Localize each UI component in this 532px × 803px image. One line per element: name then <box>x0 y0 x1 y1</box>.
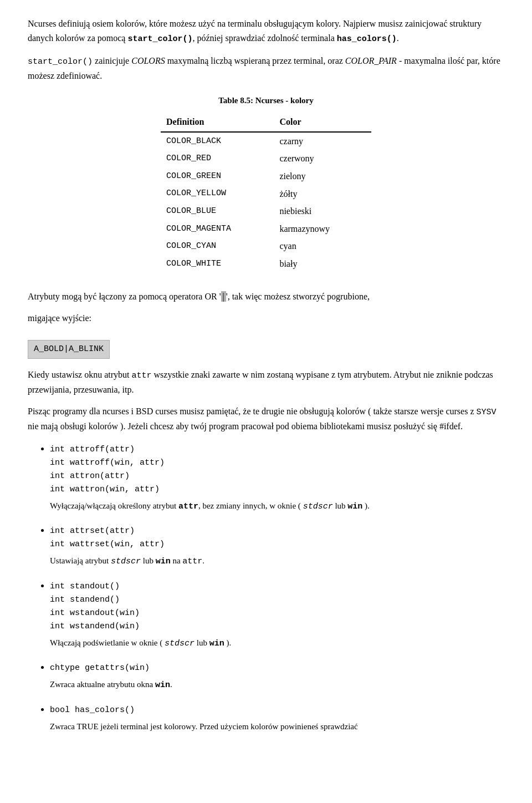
code-attrset: int attrset(attr)int wattrset(win, attr) <box>50 525 504 551</box>
table-row: COLOR_BLACKczarny <box>161 132 371 150</box>
table-cell-definition: COLOR_MAGENTA <box>161 220 274 238</box>
table-caption-rest: Ncurses - kolory <box>253 96 314 105</box>
list-item-standout: int standout()int standend()int wstandou… <box>50 578 504 650</box>
functions-list: int attroff(attr)int wattroff(win, attr)… <box>50 441 504 734</box>
table-cell-definition: COLOR_BLACK <box>161 132 274 150</box>
code-getattrs: chtype getattrs(win) <box>50 662 504 675</box>
table-cell-color: czerwony <box>274 150 371 167</box>
table-row: COLOR_CYANcyan <box>161 237 371 255</box>
table-cell-color: biały <box>274 255 371 273</box>
table-cell-definition: COLOR_YELLOW <box>161 185 274 203</box>
code-block-bold-blink: A_BOLD|A_BLINK <box>28 340 110 359</box>
or-highlight: | <box>221 291 226 302</box>
table-row: COLOR_GREENzielony <box>161 167 371 185</box>
table-row: COLOR_YELLOWżółty <box>161 185 371 203</box>
table-cell-color: zielony <box>274 167 371 185</box>
inline-code-attr: attr <box>132 371 152 380</box>
table-caption: Table 8.5: Ncurses - kolory <box>28 94 504 107</box>
table-cell-definition: COLOR_GREEN <box>161 167 274 185</box>
table-row: COLOR_BLUEniebieski <box>161 202 371 220</box>
table-caption-bold: Table 8.5: <box>218 96 253 105</box>
code-attroff: int attroff(attr)int wattroff(win, attr)… <box>50 443 504 496</box>
inline-sysv: SYSV <box>477 408 497 417</box>
inline-code-start-color: start_color() <box>127 34 192 44</box>
table-cell-definition: COLOR_WHITE <box>161 255 274 273</box>
table-cell-color: karmazynowy <box>274 220 371 238</box>
inline-code-has-colors: has_colors() <box>337 34 397 44</box>
desc-attroff: Wyłączają/włączają określony atrybut att… <box>50 501 370 510</box>
prog-note-paragraph: Pisząc programy dla ncurses i BSD curses… <box>28 404 504 434</box>
list-item-getattrs: chtype getattrs(win) Zwraca aktualne atr… <box>50 660 504 692</box>
table-cell-color: niebieski <box>274 202 371 220</box>
desc-getattrs: Zwraca aktualne atrybutu okna win. <box>50 680 172 689</box>
intro-paragraph-2: start_color() zainicjuje COLORS maxymaln… <box>28 54 504 83</box>
col-header-color: Color <box>274 113 371 132</box>
code-has-colors: bool has_colors() <box>50 704 504 717</box>
attr-paragraph: Atrybuty mogą być łączony za pomocą oper… <box>28 289 504 304</box>
table-cell-color: cyan <box>274 237 371 255</box>
color-pair-italic: COLOR_PAIR <box>345 56 397 65</box>
inline-code-start-color-2: start_color() <box>28 57 93 67</box>
table-row: COLOR_WHITEbiały <box>161 255 371 273</box>
desc-has-colors: Zwraca TRUE jeżeli terminal jest kolorow… <box>50 722 358 731</box>
table-cell-definition: COLOR_RED <box>161 150 274 167</box>
table-row: COLOR_MAGENTAkarmazynowy <box>161 220 371 238</box>
attr-paragraph-2: migające wyjście: <box>28 311 504 326</box>
table-cell-color: żółty <box>274 185 371 203</box>
list-item-attroff: int attroff(attr)int wattroff(win, attr)… <box>50 441 504 514</box>
table-cell-definition: COLOR_BLUE <box>161 202 274 220</box>
table-cell-color: czarny <box>274 132 371 150</box>
col-header-definition: Definition <box>161 113 274 132</box>
table-row: COLOR_REDczerwony <box>161 150 371 167</box>
code-standout: int standout()int standend()int wstandou… <box>50 580 504 633</box>
color-table-section: Table 8.5: Ncurses - kolory Definition C… <box>28 94 504 272</box>
intro-paragraph-1: Ncurses definiują osiem kolorów, które m… <box>28 17 504 46</box>
color-table: Definition Color COLOR_BLACKczarnyCOLOR_… <box>161 113 371 272</box>
desc-attrset: Ustawiają atrybut stdscr lub win na attr… <box>50 556 204 565</box>
list-item-attrset: int attrset(attr)int wattrset(win, attr)… <box>50 523 504 568</box>
desc-standout: Włączają podświetlanie w oknie ( stdscr … <box>50 638 231 647</box>
attr-note-paragraph: Kiedy ustawisz oknu atrybut attr wszystk… <box>28 368 504 397</box>
list-item-has-colors: bool has_colors() Zwraca TRUE jeżeli ter… <box>50 702 504 734</box>
colors-italic: COLORS <box>131 56 165 65</box>
table-cell-definition: COLOR_CYAN <box>161 237 274 255</box>
